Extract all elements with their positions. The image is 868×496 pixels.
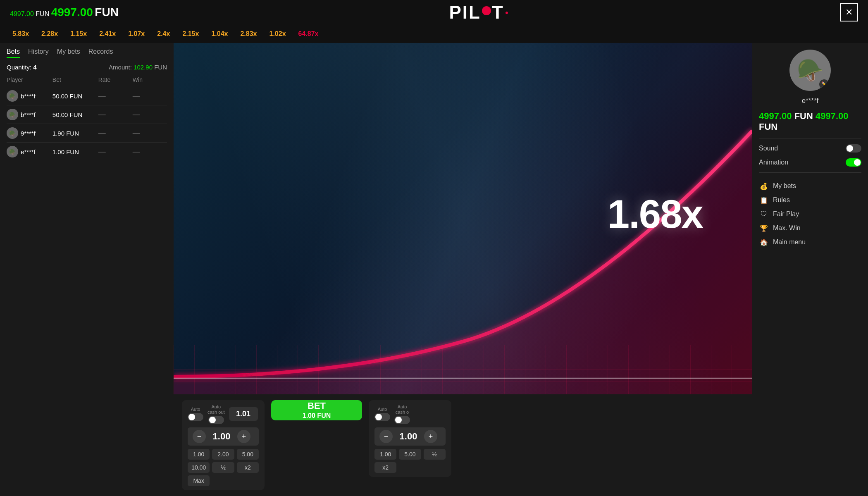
sound-setting: Sound [759, 144, 861, 153]
quick-btn-200[interactable]: 2.00 [212, 449, 234, 460]
increase-button[interactable]: + [237, 430, 250, 443]
bet-amount: 50.00 FUN [52, 111, 98, 118]
mult-badge-9[interactable]: 1.02x [265, 29, 290, 39]
my-bets-icon: 💰 [759, 181, 769, 191]
right-quick-double[interactable]: x2 [374, 462, 396, 473]
animation-setting: Animation [759, 158, 861, 167]
bet-amount: 1.00 FUN [52, 148, 98, 155]
menu-item-max-win[interactable]: 🏆 Max. Win [759, 223, 861, 233]
main-menu-icon: 🏠 [759, 237, 769, 247]
balance-display: 4997.00 FUN 4997.00 FUN [10, 6, 119, 19]
bet-button[interactable]: BET 1.00 FUN [271, 400, 362, 420]
menu-item-rules[interactable]: 📋 Rules [759, 195, 861, 205]
rules-label: Rules [773, 196, 790, 204]
table-row: 🪖 e****f 1.00 FUN — — [7, 143, 167, 161]
divider-1 [759, 138, 861, 138]
main-content: Bets History My bets Records Quantity: 4… [0, 43, 868, 496]
player-name: 9****f [21, 130, 36, 137]
right-quick-100[interactable]: 1.00 [374, 449, 396, 460]
bet-amount: 50.00 FUN [52, 93, 98, 100]
player-name: b****f [21, 111, 36, 118]
win-value: — [133, 92, 167, 100]
animation-label: Animation [759, 159, 788, 166]
rate-value: — [98, 148, 133, 156]
decrease-button[interactable]: − [193, 430, 206, 443]
quick-btn-500[interactable]: 5.00 [237, 449, 259, 460]
right-amount-value: 1.00 [396, 431, 421, 442]
right-increase-button[interactable]: + [424, 430, 437, 443]
quick-btn-max[interactable]: Max [188, 475, 210, 486]
mult-badge-3[interactable]: 2.41x [95, 29, 120, 39]
my-bets-label: My bets [773, 182, 796, 190]
right-quick-500[interactable]: 5.00 [399, 449, 421, 460]
left-cashout-toggle-group: Autocash out [207, 404, 225, 424]
col-win: Win [133, 76, 167, 83]
quick-btn-100[interactable]: 1.00 [188, 449, 210, 460]
auto-cashout-toggle-right[interactable] [394, 416, 410, 424]
table-row: 🪖 b****f 50.00 FUN — — [7, 105, 167, 124]
username: e****f [802, 97, 819, 105]
table-row: 🪖 b****f 50.00 FUN — — [7, 87, 167, 105]
right-quick-btns: 1.00 5.00 ½ x2 [374, 449, 446, 473]
menu-list: 💰 My bets 📋 Rules 🛡 Fair Play 🏆 Max. Win… [759, 181, 861, 247]
balance-currency: FUN [36, 10, 49, 17]
edit-avatar-button[interactable]: ✏️ [819, 79, 829, 89]
left-amount-display: − 1.00 + [188, 427, 259, 446]
tab-my-bets[interactable]: My bets [57, 48, 80, 58]
tab-history[interactable]: History [28, 48, 49, 58]
user-balance-amount: 4997.00 [759, 111, 792, 121]
tab-bets[interactable]: Bets [7, 48, 20, 58]
mult-badge-4[interactable]: 1.07x [124, 29, 149, 39]
left-panel: Bets History My bets Records Quantity: 4… [0, 43, 174, 496]
mult-badge-6[interactable]: 2.15x [178, 29, 203, 39]
main-menu-label: Main menu [773, 238, 806, 246]
mult-badge-0[interactable]: 5.83x [8, 29, 33, 39]
mult-badge-2[interactable]: 1.15x [66, 29, 91, 39]
quick-btn-half[interactable]: ½ [212, 462, 234, 473]
col-player: Player [7, 76, 52, 83]
user-balance: 4997.00 FUN 4997.00 FUN [759, 111, 861, 132]
right-quick-half[interactable]: ½ [424, 449, 446, 460]
mult-badge-8[interactable]: 2.83x [236, 29, 261, 39]
divider-2 [759, 172, 861, 173]
left-auto-toggle-group: Auto [188, 407, 203, 421]
close-button[interactable]: ✕ [840, 3, 858, 21]
auto-cashout-toggle[interactable] [208, 416, 224, 424]
left-quick-btns: 1.00 2.00 5.00 10.00 ½ x2 Max [188, 449, 259, 486]
game-canvas: 1.68x [174, 43, 752, 394]
auto-cashout-label-right: Autocash o [396, 404, 409, 415]
auto-cashout-label: Autocash out [207, 404, 225, 415]
quick-btn-1000[interactable]: 10.00 [188, 462, 210, 473]
amount-value: 1.00 [209, 431, 234, 442]
bet-controls: Auto Autocash out − 1.00 + 1.00 [174, 394, 752, 496]
menu-item-fair-play[interactable]: 🛡 Fair Play [759, 209, 861, 219]
menu-item-main-menu[interactable]: 🏠 Main menu [759, 237, 861, 247]
avatar: 🪖 [7, 127, 18, 139]
sound-toggle[interactable] [846, 144, 861, 153]
multiplier-bar: 5.83x 2.28x 1.15x 2.41x 1.07x 2.4x 2.15x… [0, 25, 868, 43]
animation-toggle[interactable] [846, 158, 861, 167]
bet-label: BET [308, 400, 326, 412]
auto-toggle-right[interactable] [374, 413, 390, 421]
game-multiplier: 1.68x [608, 191, 703, 237]
quick-btn-double[interactable]: x2 [237, 462, 259, 473]
win-value: — [133, 110, 167, 119]
max-win-icon: 🏆 [759, 223, 769, 233]
auto-toggle[interactable] [188, 413, 203, 421]
user-avatar: 🪖 ✏️ [789, 50, 831, 91]
mult-badge-5[interactable]: 2.4x [153, 29, 174, 39]
bets-info: Quantity: 4 Amount: 102.90 FUN [7, 64, 167, 71]
col-rate: Rate [98, 76, 133, 83]
tab-records[interactable]: Records [88, 48, 113, 58]
tab-row: Bets History My bets Records [7, 48, 167, 58]
right-decrease-button[interactable]: − [379, 430, 393, 443]
bet-amount: 1.00 FUN [303, 412, 331, 420]
right-cashout-toggle-group: Autocash o [394, 404, 410, 424]
menu-item-my-bets[interactable]: 💰 My bets [759, 181, 861, 191]
sound-label: Sound [759, 145, 778, 152]
mult-badge-10[interactable]: 64.87x [294, 29, 323, 39]
mult-badge-7[interactable]: 1.04x [207, 29, 232, 39]
multiplier-input[interactable] [229, 407, 258, 421]
auto-label-right: Auto [378, 407, 387, 412]
mult-badge-1[interactable]: 2.28x [37, 29, 62, 39]
